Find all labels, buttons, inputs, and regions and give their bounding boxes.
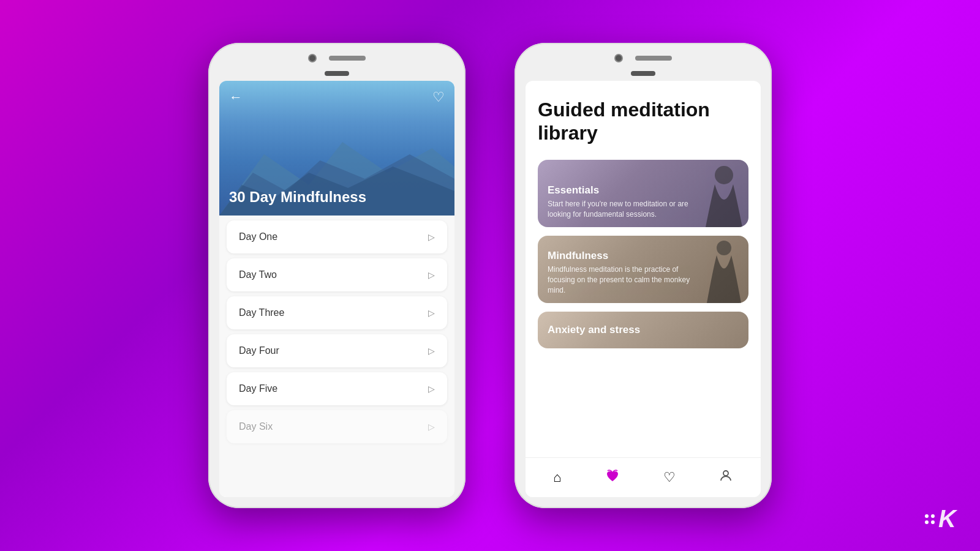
card-mindfulness[interactable]: Mindfulness Mindfulness meditation is th… (538, 236, 748, 303)
front-button-left (325, 71, 349, 76)
left-phone: ← ♡ 30 Day Mindfulness Day One ▷ Day Two… (208, 43, 466, 508)
day-item-2[interactable]: Day Two ▷ (227, 258, 447, 291)
right-screen: Guided meditation library Essentials Sta… (526, 81, 761, 497)
profile-icon (718, 468, 733, 487)
dot-4 (931, 520, 935, 524)
card-essentials-text: Essentials Start here if you're new to m… (548, 184, 695, 220)
nav-profile[interactable] (718, 468, 733, 487)
phones-container: ← ♡ 30 Day Mindfulness Day One ▷ Day Two… (208, 43, 772, 508)
mindfulness-desc: Mindfulness meditation is the practice o… (548, 264, 695, 295)
hero-image: ← ♡ 30 Day Mindfulness (219, 81, 454, 216)
day-item-4[interactable]: Day Four ▷ (227, 334, 447, 367)
watermark-dots (925, 514, 935, 524)
svg-point-4 (717, 241, 731, 255)
right-phone-top-bar (526, 54, 761, 62)
dot-2 (931, 514, 935, 518)
card-mindfulness-text: Mindfulness Mindfulness meditation is th… (548, 250, 695, 295)
day-item-6[interactable]: Day Six ▷ (227, 410, 447, 443)
play-icon-3: ▷ (428, 308, 435, 318)
library-title: Guided meditation library (538, 98, 748, 145)
essentials-name: Essentials (548, 184, 695, 197)
card-anxiety[interactable]: Anxiety and stress (538, 312, 748, 348)
heart-nav-icon: ♡ (663, 470, 676, 485)
library-content: Guided meditation library Essentials Sta… (526, 81, 761, 457)
back-button[interactable]: ← (229, 89, 243, 105)
day-six-label: Day Six (239, 421, 273, 432)
left-phone-top-bar (219, 54, 454, 62)
day-five-label: Day Five (239, 383, 277, 394)
front-button-right (631, 71, 655, 76)
speaker-left (329, 56, 366, 61)
speaker-right (635, 56, 672, 61)
days-list: Day One ▷ Day Two ▷ Day Three ▷ Day Four… (219, 216, 454, 497)
day-one-label: Day One (239, 231, 277, 242)
essentials-desc: Start here if you're new to meditation o… (548, 199, 695, 220)
camera-right (614, 54, 623, 62)
day-two-label: Day Two (239, 269, 277, 280)
play-icon-1: ▷ (428, 232, 435, 242)
day-item-5[interactable]: Day Five ▷ (227, 372, 447, 405)
nav-meditate[interactable] (605, 468, 620, 487)
card-essentials[interactable]: Essentials Start here if you're new to m… (538, 160, 748, 227)
home-icon: ⌂ (553, 470, 561, 485)
hero-title: 30 Day Mindfulness (229, 189, 366, 206)
day-item-3[interactable]: Day Three ▷ (227, 296, 447, 329)
nav-favorites[interactable]: ♡ (663, 470, 676, 485)
left-screen: ← ♡ 30 Day Mindfulness Day One ▷ Day Two… (219, 81, 454, 497)
dot-3 (925, 520, 929, 524)
day-three-label: Day Three (239, 307, 284, 318)
dot-1 (925, 514, 929, 518)
right-phone: Guided meditation library Essentials Sta… (514, 43, 772, 508)
lotus-icon (605, 468, 620, 487)
svg-point-3 (715, 166, 733, 184)
day-item-1[interactable]: Day One ▷ (227, 220, 447, 253)
day-four-label: Day Four (239, 345, 279, 356)
play-icon-6: ▷ (428, 422, 435, 432)
camera-left (308, 54, 317, 62)
watermark-letter: K (938, 505, 956, 533)
play-icon-2: ▷ (428, 270, 435, 280)
nav-home[interactable]: ⌂ (553, 470, 561, 485)
anxiety-name: Anxiety and stress (548, 324, 640, 336)
bottom-nav: ⌂ ♡ (526, 457, 761, 497)
play-icon-5: ▷ (428, 384, 435, 394)
play-icon-4: ▷ (428, 346, 435, 356)
svg-point-5 (723, 471, 728, 476)
mindfulness-name: Mindfulness (548, 250, 695, 262)
watermark: K (925, 505, 956, 533)
heart-button[interactable]: ♡ (432, 89, 445, 105)
